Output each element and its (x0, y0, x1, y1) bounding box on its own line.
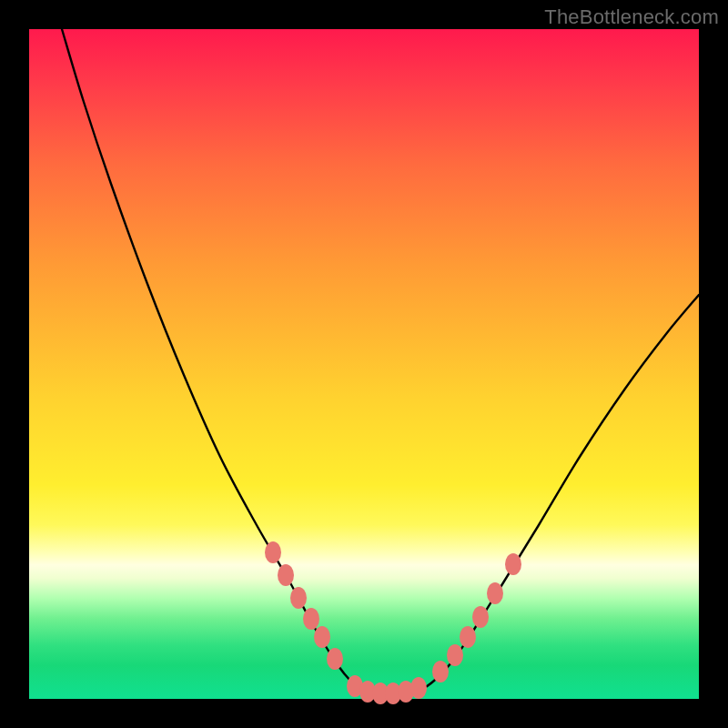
plot-area (29, 29, 699, 699)
data-marker (265, 541, 281, 563)
data-marker (487, 582, 503, 604)
data-marker (314, 626, 330, 648)
data-marker (278, 564, 294, 586)
data-marker (460, 626, 476, 648)
curve-svg (29, 29, 699, 699)
watermark-text: TheBottleneck.com (544, 5, 719, 29)
data-marker (327, 648, 343, 670)
data-marker (290, 587, 307, 609)
data-marker (303, 608, 319, 630)
data-marker (472, 606, 489, 628)
chart-frame: TheBottleneck.com (0, 0, 728, 728)
bottleneck-curve (62, 29, 699, 694)
data-marker (447, 644, 463, 666)
data-markers (265, 541, 521, 704)
data-marker (432, 661, 449, 682)
data-marker (505, 553, 521, 575)
data-marker (410, 677, 427, 699)
